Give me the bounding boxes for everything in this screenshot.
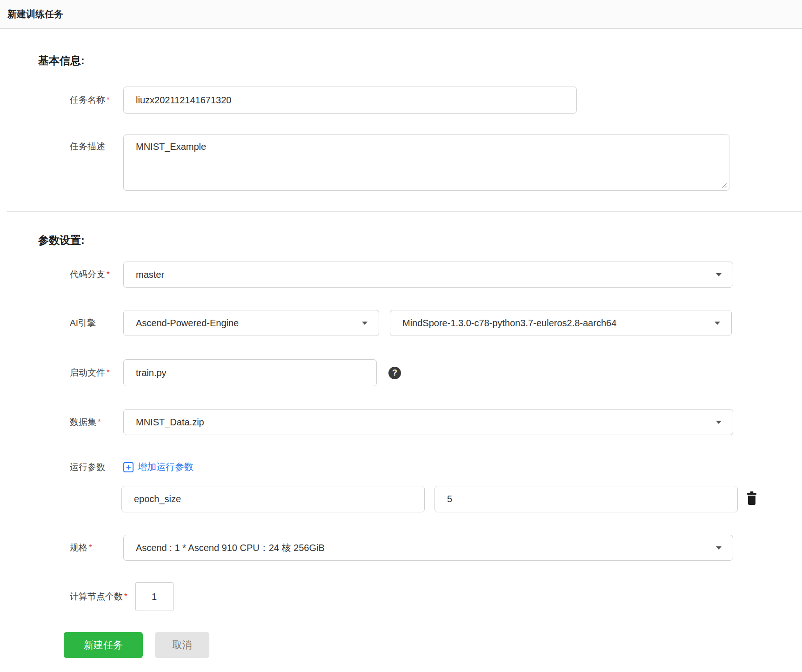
- boot-file-input[interactable]: [123, 359, 377, 386]
- engine-version-select[interactable]: MindSpore-1.3.0-c78-python3.7-euleros2.8…: [390, 310, 732, 336]
- task-desc-textarea[interactable]: MNIST_Example: [123, 134, 729, 191]
- param-input-row: [0, 486, 802, 512]
- run-params-label: 运行参数: [70, 462, 123, 473]
- task-desc-row: 任务描述 MNIST_Example: [0, 134, 802, 191]
- engine-version-value: MindSpore-1.3.0-c78-python3.7-euleros2.8…: [402, 318, 616, 329]
- required-asterisk: *: [107, 368, 110, 377]
- required-asterisk: *: [124, 592, 127, 601]
- run-params-row: 运行参数 + 增加运行参数: [0, 461, 802, 473]
- chevron-down-icon: [716, 546, 722, 550]
- help-icon[interactable]: ?: [388, 367, 401, 379]
- spec-label: 规格*: [70, 542, 123, 553]
- ai-engine-row: AI引擎 Ascend-Powered-Engine MindSpore-1.3…: [0, 310, 802, 336]
- section-divider: [7, 211, 802, 212]
- param-value-input[interactable]: [434, 486, 738, 512]
- required-asterisk: *: [98, 417, 101, 426]
- page-title: 新建训练任务: [7, 8, 63, 20]
- dataset-row: 数据集* MNIST_Data.zip: [0, 409, 802, 435]
- add-param-label: 增加运行参数: [138, 461, 194, 473]
- required-asterisk: *: [107, 95, 110, 104]
- dataset-select[interactable]: MNIST_Data.zip: [123, 409, 733, 435]
- code-branch-row: 代码分支* master: [0, 262, 802, 288]
- node-count-label: 计算节点个数*: [70, 591, 127, 602]
- code-branch-label: 代码分支*: [70, 269, 123, 280]
- action-buttons-row: 新建任务 取消: [0, 632, 802, 658]
- chevron-down-icon: [716, 421, 722, 424]
- code-branch-value: master: [136, 269, 164, 280]
- chevron-down-icon: [362, 322, 368, 325]
- boot-file-label: 启动文件*: [70, 367, 123, 378]
- resize-grip-icon[interactable]: [721, 181, 727, 188]
- spec-select[interactable]: Ascend : 1 * Ascend 910 CPU：24 核 256GiB: [123, 535, 733, 561]
- create-task-button[interactable]: 新建任务: [64, 632, 143, 658]
- trash-icon: [746, 491, 757, 505]
- spec-value: Ascend : 1 * Ascend 910 CPU：24 核 256GiB: [136, 542, 325, 554]
- add-param-button[interactable]: + 增加运行参数: [123, 461, 194, 473]
- add-icon: +: [123, 462, 134, 472]
- spec-row: 规格* Ascend : 1 * Ascend 910 CPU：24 核 256…: [0, 535, 802, 561]
- task-name-label: 任务名称*: [70, 94, 123, 106]
- boot-file-row: 启动文件* ?: [0, 359, 802, 386]
- ai-engine-value: Ascend-Powered-Engine: [136, 318, 239, 329]
- required-asterisk: *: [89, 543, 92, 552]
- node-count-row: 计算节点个数*: [0, 582, 802, 611]
- app-header: 新建训练任务: [0, 0, 802, 29]
- task-desc-wrap: MNIST_Example: [123, 134, 729, 191]
- task-name-row: 任务名称*: [0, 87, 802, 114]
- section-heading-basic: 基本信息:: [38, 53, 802, 68]
- ai-engine-label: AI引擎: [70, 317, 123, 329]
- section-heading-params: 参数设置:: [38, 233, 802, 248]
- delete-param-button[interactable]: [746, 491, 757, 507]
- chevron-down-icon: [716, 273, 722, 276]
- cancel-button[interactable]: 取消: [155, 632, 209, 658]
- task-desc-label: 任务描述: [70, 134, 123, 152]
- task-name-input[interactable]: [123, 87, 577, 114]
- dataset-label: 数据集*: [70, 417, 123, 428]
- code-branch-select[interactable]: master: [123, 262, 733, 288]
- required-asterisk: *: [107, 270, 110, 279]
- param-key-input[interactable]: [121, 486, 425, 512]
- chevron-down-icon: [715, 322, 720, 325]
- dataset-value: MNIST_Data.zip: [136, 417, 204, 428]
- node-count-input[interactable]: [135, 582, 174, 611]
- ai-engine-select[interactable]: Ascend-Powered-Engine: [123, 310, 379, 336]
